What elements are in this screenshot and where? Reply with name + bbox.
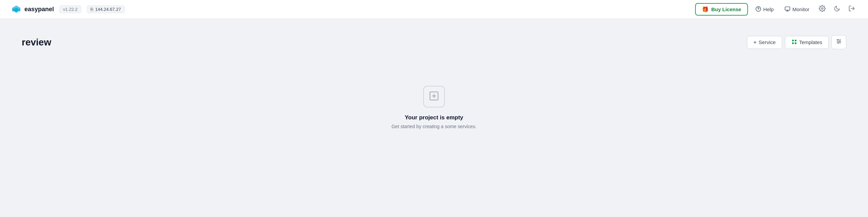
monitor-icon <box>785 6 790 13</box>
ip-copy-button[interactable]: ⎘ 144.24.67.27 <box>87 5 125 13</box>
main-content: review + Service Templates <box>0 19 868 166</box>
svg-point-21 <box>838 42 839 43</box>
svg-point-10 <box>822 8 823 9</box>
logo-text: easypanel <box>24 6 54 13</box>
version-badge: v1.22.2 <box>59 5 81 13</box>
empty-state-subtitle: Get started by creating a some services. <box>392 124 477 129</box>
logout-button[interactable] <box>846 3 857 16</box>
gift-icon: 🎁 <box>702 6 709 13</box>
project-actions: + Service Templates <box>747 35 846 49</box>
empty-state-icon-container <box>423 86 445 107</box>
project-header: review + Service Templates <box>22 35 846 49</box>
ip-address-text: 144.24.67.27 <box>95 7 121 12</box>
help-button[interactable]: Help <box>752 4 777 15</box>
add-service-button[interactable]: + Service <box>747 36 782 49</box>
svg-point-19 <box>837 39 839 40</box>
theme-toggle-button[interactable] <box>832 3 842 16</box>
sliders-icon <box>836 38 842 46</box>
gear-icon <box>819 5 826 14</box>
logout-icon <box>848 5 855 14</box>
navbar-right: 🎁 Buy License Help Monitor <box>695 3 857 16</box>
svg-rect-15 <box>795 42 796 44</box>
project-title: review <box>22 37 51 48</box>
help-icon <box>755 6 761 13</box>
svg-rect-7 <box>785 7 790 10</box>
help-label: Help <box>763 6 774 12</box>
svg-point-20 <box>840 41 841 42</box>
templates-label: Templates <box>799 39 822 45</box>
navbar-left: easypanel v1.22.2 ⎘ 144.24.67.27 <box>11 4 125 15</box>
monitor-label: Monitor <box>792 6 809 12</box>
templates-icon <box>791 39 797 46</box>
buy-license-label: Buy License <box>711 6 741 12</box>
navbar: easypanel v1.22.2 ⎘ 144.24.67.27 🎁 Buy L… <box>0 0 868 19</box>
view-options-button[interactable] <box>831 35 846 49</box>
logo-container: easypanel <box>11 4 54 15</box>
buy-license-button[interactable]: 🎁 Buy License <box>695 3 748 16</box>
empty-state: Your project is empty Get started by cre… <box>22 65 846 150</box>
plus-icon: + <box>753 39 757 46</box>
add-box-icon <box>429 91 439 103</box>
svg-rect-13 <box>795 40 796 41</box>
templates-button[interactable]: Templates <box>785 36 829 49</box>
svg-rect-12 <box>792 40 794 41</box>
service-label: Service <box>759 39 776 45</box>
settings-button[interactable] <box>817 3 828 16</box>
monitor-button[interactable]: Monitor <box>781 4 813 15</box>
copy-icon: ⎘ <box>91 7 93 12</box>
moon-icon <box>834 5 840 14</box>
easypanel-logo-icon <box>11 4 22 15</box>
svg-rect-14 <box>792 42 794 44</box>
empty-state-title: Your project is empty <box>405 114 463 121</box>
